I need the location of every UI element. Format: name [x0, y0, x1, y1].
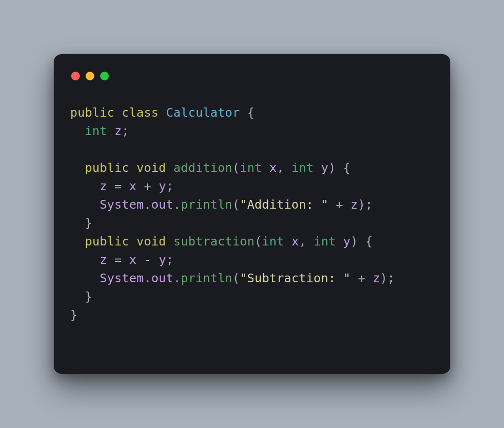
- code-token: y: [343, 234, 350, 248]
- code-token: (: [233, 198, 240, 212]
- code-token: .: [174, 198, 181, 212]
- code-token: y: [159, 179, 166, 193]
- code-token: [151, 179, 159, 193]
- code-token: ;: [365, 198, 372, 212]
- code-token: [107, 253, 114, 267]
- code-token: =: [115, 253, 122, 267]
- code-token: addition: [174, 161, 233, 175]
- code-token: {: [343, 161, 351, 175]
- code-token: void: [136, 234, 166, 248]
- code-token: {: [365, 234, 372, 248]
- code-token: z: [351, 198, 358, 212]
- code-token: [70, 216, 85, 230]
- code-token: Calculator: [166, 106, 240, 120]
- code-token: [284, 161, 291, 175]
- code-token: [122, 253, 129, 267]
- code-token: ;: [122, 124, 129, 138]
- code-token: x: [129, 253, 136, 267]
- code-token: [240, 106, 247, 120]
- code-token: int: [262, 234, 284, 248]
- minimize-icon[interactable]: [86, 72, 94, 80]
- code-token: z: [100, 179, 107, 193]
- code-token: [343, 198, 350, 212]
- code-token: +: [358, 271, 365, 285]
- code-token: [70, 234, 85, 248]
- code-token: z: [115, 124, 122, 138]
- code-token: [107, 124, 114, 138]
- code-token: int: [292, 161, 314, 175]
- code-token: x: [292, 234, 299, 248]
- code-token: (: [233, 161, 240, 175]
- code-token: System: [100, 271, 144, 285]
- code-token: +: [336, 198, 343, 212]
- code-token: public: [85, 234, 130, 248]
- code-token: int: [85, 124, 107, 138]
- code-block: public class Calculator { int z; public …: [70, 104, 434, 324]
- code-token: [151, 253, 159, 267]
- code-token: x: [269, 161, 277, 175]
- code-token: ;: [166, 179, 173, 193]
- close-icon[interactable]: [71, 72, 80, 80]
- code-token: "Subtraction: ": [240, 271, 351, 285]
- code-token: out: [151, 198, 174, 212]
- code-token: [284, 234, 291, 248]
- code-token: ,: [277, 161, 284, 175]
- code-token: int: [240, 161, 262, 175]
- code-token: [70, 290, 85, 304]
- code-token: z: [100, 253, 107, 267]
- code-token: [129, 234, 136, 248]
- code-token: }: [85, 216, 92, 230]
- code-token: ): [380, 271, 387, 285]
- code-token: (: [254, 234, 262, 248]
- code-token: .: [144, 271, 151, 285]
- code-token: ;: [387, 271, 395, 285]
- code-token: [159, 106, 166, 120]
- code-token: [166, 161, 173, 175]
- code-token: int: [313, 234, 336, 248]
- code-token: println: [181, 271, 233, 285]
- code-token: [313, 161, 321, 175]
- code-window: public class Calculator { int z; public …: [54, 54, 450, 374]
- code-token: [336, 161, 343, 175]
- code-token: [166, 234, 173, 248]
- code-token: y: [321, 161, 328, 175]
- code-token: [70, 179, 100, 193]
- code-token: "Addition: ": [240, 198, 328, 212]
- code-token: -: [144, 253, 151, 267]
- code-token: System: [100, 198, 144, 212]
- code-token: (: [233, 271, 240, 285]
- code-token: class: [122, 106, 159, 120]
- code-token: }: [85, 290, 92, 304]
- code-token: [70, 253, 100, 267]
- code-token: [328, 198, 336, 212]
- code-token: public: [70, 106, 115, 120]
- code-token: [336, 234, 343, 248]
- code-token: .: [144, 198, 151, 212]
- code-token: .: [174, 271, 181, 285]
- code-token: [358, 234, 365, 248]
- code-token: [115, 106, 122, 120]
- zoom-icon[interactable]: [100, 72, 109, 80]
- code-token: [70, 124, 85, 138]
- code-token: [107, 179, 114, 193]
- code-token: [129, 161, 136, 175]
- code-token: ): [328, 161, 336, 175]
- code-token: }: [70, 308, 77, 322]
- code-token: [122, 179, 129, 193]
- code-token: out: [151, 271, 174, 285]
- code-token: x: [129, 179, 136, 193]
- code-token: ): [351, 234, 358, 248]
- code-token: ): [358, 198, 365, 212]
- code-token: [70, 161, 85, 175]
- code-token: void: [136, 161, 166, 175]
- code-token: {: [247, 106, 254, 120]
- code-token: [136, 179, 144, 193]
- code-token: [70, 198, 100, 212]
- code-token: y: [159, 253, 166, 267]
- code-token: [306, 234, 313, 248]
- code-token: [262, 161, 269, 175]
- code-token: ;: [166, 253, 173, 267]
- code-token: [365, 271, 372, 285]
- code-token: println: [181, 198, 233, 212]
- window-controls: [71, 72, 434, 80]
